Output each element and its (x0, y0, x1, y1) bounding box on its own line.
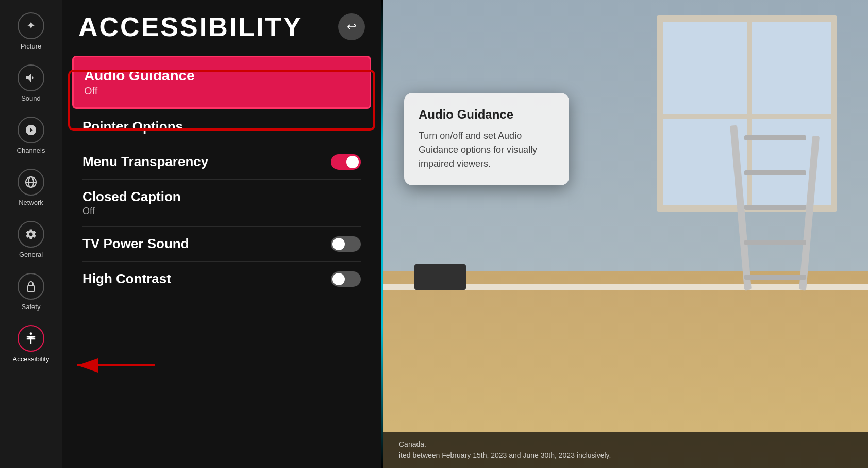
sidebar-item-network-label: Network (19, 199, 43, 206)
toolbox (414, 264, 466, 290)
closed-caption-item[interactable]: Closed Caption Off (72, 180, 371, 226)
tv-background: Audio Guidance Turn on/off and set Audio… (383, 0, 868, 468)
tooltip-popup: Audio Guidance Turn on/off and set Audio… (404, 93, 569, 185)
sidebar-item-safety[interactable]: Safety (0, 266, 62, 318)
menu-transparency-toggle[interactable] (331, 154, 361, 170)
svg-rect-3 (27, 286, 35, 291)
menu-transparency-title: Menu Transparency (82, 154, 208, 170)
arrow-annotation (62, 345, 165, 388)
toggle-knob (346, 156, 359, 168)
sidebar-item-network[interactable]: Network (0, 162, 62, 214)
general-icon (18, 221, 44, 248)
cyan-separator (381, 0, 383, 468)
sidebar-item-accessibility[interactable]: Accessibility (0, 318, 62, 370)
sidebar: ✦ Picture Sound Channels Network (0, 0, 62, 468)
picture-icon: ✦ (18, 12, 44, 39)
sound-icon (18, 64, 44, 91)
tv-power-sound-item[interactable]: TV Power Sound (72, 227, 371, 261)
ladder-rung (744, 240, 806, 245)
sidebar-item-sound[interactable]: Sound (0, 57, 62, 109)
sidebar-item-safety-label: Safety (22, 303, 41, 311)
network-icon (18, 169, 44, 196)
tooltip-body: Turn on/off and set Audio Guidance optio… (419, 129, 555, 171)
panel-header: ACCESSIBILITY ↩ (62, 0, 381, 51)
toggle-knob-3 (332, 273, 345, 285)
audio-guidance-item[interactable]: Audio Guidance Off (72, 56, 371, 109)
ladder (734, 104, 816, 290)
channels-icon (18, 117, 44, 143)
sidebar-item-channels[interactable]: Channels (0, 109, 62, 162)
high-contrast-toggle[interactable] (331, 271, 361, 287)
tv-bottom-text-2: ited between February 15th, 2023 and Jun… (399, 450, 853, 461)
sidebar-item-picture-label: Picture (21, 42, 41, 50)
tv-bottom-bar: Canada. ited between February 15th, 2023… (383, 432, 868, 468)
ladder-rung (744, 135, 806, 140)
sidebar-item-sound-label: Sound (21, 94, 41, 102)
ladder-rung (744, 170, 806, 175)
tv-bottom-text-1: Canada. (399, 439, 853, 450)
audio-guidance-title: Audio Guidance (84, 68, 359, 84)
pointer-options-title: Pointer Options (82, 119, 183, 135)
sidebar-item-channels-label: Channels (17, 147, 45, 154)
tooltip-title: Audio Guidance (419, 107, 555, 122)
closed-caption-title: Closed Caption (82, 189, 181, 205)
ladder-rungs (744, 135, 806, 280)
ladder-rung (744, 205, 806, 210)
pointer-options-item[interactable]: Pointer Options (72, 109, 371, 144)
sidebar-item-general[interactable]: General (0, 214, 62, 266)
sidebar-item-general-label: General (19, 251, 43, 259)
tv-power-sound-toggle[interactable] (331, 236, 361, 252)
high-contrast-item[interactable]: High Contrast (72, 262, 371, 296)
safety-icon (18, 273, 44, 300)
audio-guidance-subtitle: Off (84, 85, 359, 97)
closed-caption-subtitle: Off (82, 206, 181, 217)
page-title: ACCESSIBILITY (78, 11, 303, 42)
ladder-rung (744, 275, 806, 280)
accessibility-panel: ACCESSIBILITY ↩ Audio Guidance Off Point… (62, 0, 381, 468)
sidebar-item-accessibility-label: Accessibility (13, 355, 49, 363)
svg-point-4 (30, 332, 32, 335)
menu-list: Audio Guidance Off Pointer Options Menu … (62, 56, 381, 296)
toggle-knob-2 (332, 238, 345, 250)
menu-transparency-item[interactable]: Menu Transparency (72, 144, 371, 179)
sidebar-item-picture[interactable]: ✦ Picture (0, 5, 62, 57)
tv-power-sound-title: TV Power Sound (82, 236, 189, 252)
accessibility-icon (18, 325, 44, 352)
back-button[interactable]: ↩ (338, 13, 365, 40)
high-contrast-title: High Contrast (82, 271, 171, 287)
closed-caption-content: Closed Caption Off (82, 189, 181, 217)
